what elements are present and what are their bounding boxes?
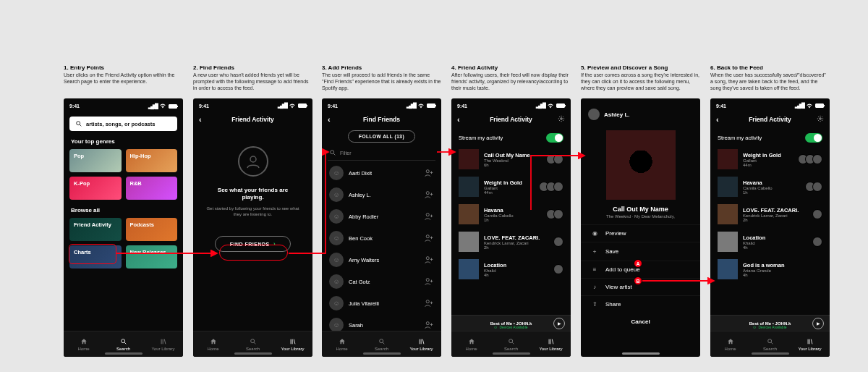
play-icon[interactable]: ▶	[553, 318, 565, 329]
svg-point-7	[331, 151, 334, 154]
add-friend-icon[interactable]	[424, 298, 434, 308]
svg-line-6	[254, 342, 255, 344]
genre-tile[interactable]: New Releases	[126, 245, 178, 269]
song-time: 44m	[484, 190, 534, 195]
add-friend-icon[interactable]	[424, 233, 434, 243]
friend-row[interactable]: ☺ Cat Gotz	[322, 271, 441, 292]
svg-point-2	[121, 339, 124, 342]
filter-input[interactable]: Filter	[328, 147, 435, 161]
tab-home[interactable]: Home	[322, 331, 362, 357]
menu-item-icon: ≡	[590, 266, 600, 273]
friend-row[interactable]: ☺ Julia Vitarelli	[322, 292, 441, 314]
signal-icon: ▂▄▆█	[278, 103, 286, 109]
find-friends-button[interactable]: FIND FRIENDS›	[215, 236, 292, 252]
page-title: Friend Activity	[490, 116, 532, 123]
add-friend-icon[interactable]	[424, 168, 434, 178]
activity-feed: Weight in Gold Gallant 44m Havana Camila…	[710, 145, 830, 283]
feed-row[interactable]: Location Khalid 4h	[710, 228, 830, 255]
album-art	[718, 259, 738, 279]
album-art	[459, 177, 479, 197]
follow-all-button[interactable]: FOLLOW ALL (13)	[348, 130, 415, 143]
genre-tile[interactable]: R&B	[126, 177, 178, 200]
screen-feed: 9:41 ▂▄▆█ ‹ Friend Activity Stream my ac…	[451, 98, 571, 357]
feed-row[interactable]: Call Out My Name The Weeknd 6h	[451, 145, 571, 173]
listener-avatars	[539, 182, 563, 192]
tab-library[interactable]: Your Library	[531, 331, 571, 357]
back-icon[interactable]: ‹	[716, 115, 719, 124]
song-time: 4h	[743, 273, 817, 277]
battery-icon	[169, 104, 177, 109]
friend-name: Cat Gotz	[349, 279, 419, 285]
settings-icon[interactable]	[817, 115, 824, 124]
genre-tile[interactable]: Friend Activity	[69, 218, 122, 241]
add-friend-icon[interactable]	[424, 190, 434, 200]
tab-library[interactable]: Your Library	[273, 331, 312, 357]
settings-icon[interactable]	[558, 115, 565, 124]
tab-home[interactable]: Home	[710, 331, 750, 357]
stream-toggle[interactable]	[546, 133, 563, 143]
friend-name: Ben Cook	[349, 235, 419, 242]
top-genres-heading: Your top genres	[64, 137, 183, 149]
add-friend-icon[interactable]	[424, 255, 434, 265]
context-menu-item[interactable]: ◉ Preview	[581, 224, 700, 242]
feed-row[interactable]: Weight in Gold Gallant 44m	[451, 173, 571, 200]
browse-all-heading: Browse all	[64, 206, 183, 218]
genre-tile[interactable]: Charts	[69, 245, 122, 269]
context-menu-item[interactable]: ⇪ Share	[581, 295, 700, 313]
tab-library[interactable]: Your Library	[790, 331, 830, 357]
search-input[interactable]: artists, songs, or podcasts	[69, 117, 177, 131]
back-icon[interactable]: ‹	[457, 115, 460, 124]
search-icon	[75, 120, 82, 127]
add-friend-icon[interactable]	[424, 211, 434, 221]
devices-icon: ⊙	[494, 325, 497, 329]
menu-item-icon: ＋	[590, 248, 600, 255]
svg-point-13	[426, 257, 429, 260]
song-title: Weight in Gold	[484, 179, 534, 186]
genre-tile[interactable]: Podcasts	[126, 218, 178, 241]
tab-home[interactable]: Home	[451, 331, 491, 357]
album-art	[459, 149, 479, 169]
friend-name: Ashley L.	[349, 192, 419, 198]
feed-row[interactable]: LOVE. FEAT. ZACARI. Kendrick Lamar, Zaca…	[710, 200, 830, 228]
add-friend-icon[interactable]	[424, 276, 434, 287]
feed-row[interactable]: LOVE. FEAT. ZACARI. Kendrick Lamar, Zaca…	[451, 228, 571, 255]
back-icon[interactable]: ‹	[199, 115, 202, 124]
tab-home[interactable]: Home	[64, 331, 103, 357]
song-time: 4h	[743, 245, 807, 250]
genre-grid: PopHip-HopK-PopR&B	[64, 149, 183, 200]
feed-row[interactable]: God is a woman Ariana Grande 4h	[710, 255, 830, 283]
play-icon[interactable]: ▶	[812, 318, 824, 329]
album-art	[459, 259, 479, 279]
tab-library[interactable]: Your Library	[143, 331, 183, 357]
friend-row[interactable]: ☺ Ben Cook	[322, 227, 441, 249]
song-time: 1h	[484, 218, 541, 222]
friend-row[interactable]: ☺ Ashley L.	[322, 184, 441, 206]
battery-icon	[298, 103, 307, 108]
listener-avatars	[812, 237, 822, 247]
feed-row[interactable]: Havana Camila Cabello 1h	[451, 200, 571, 228]
add-friend-icon[interactable]	[424, 320, 434, 330]
feed-row[interactable]: Havana Camila Cabello 1h	[710, 173, 830, 200]
genre-tile[interactable]: K-Pop	[69, 177, 122, 200]
genre-tile[interactable]: Hip-Hop	[126, 149, 178, 172]
feed-row[interactable]: Location Khalid 4h	[451, 255, 571, 283]
friend-row[interactable]: ☺ Aarti Dixit	[322, 162, 441, 184]
svg-point-0	[77, 122, 80, 125]
stream-toggle[interactable]	[805, 133, 822, 143]
friend-row[interactable]: ☺ Abby Rodler	[322, 206, 441, 227]
friend-row[interactable]: ☺ Amy Walters	[322, 249, 441, 271]
screen-feed-after: 9:41 ▂▄▆█ ‹ Friend Activity Stream my ac…	[710, 98, 830, 357]
svg-point-15	[426, 300, 429, 303]
avatar: ☺	[329, 274, 344, 289]
context-menu-item[interactable]: ＋ Save	[581, 242, 700, 261]
genre-tile[interactable]: Pop	[69, 149, 122, 172]
back-icon[interactable]: ‹	[328, 115, 331, 124]
tab-library[interactable]: Your Library	[401, 331, 441, 357]
tab-home[interactable]: Home	[193, 331, 233, 357]
cancel-button[interactable]: Cancel	[581, 313, 700, 329]
arrow-right-icon: ›	[273, 240, 276, 248]
now-playing-bar[interactable]: Best of Me • JOHN.k ⊙Devices Available ▶	[451, 315, 571, 331]
now-playing-bar[interactable]: Best of Me • JOHN.k ⊙Devices Available ▶	[710, 315, 830, 331]
wifi-icon	[289, 102, 296, 109]
feed-row[interactable]: Weight in Gold Gallant 44m	[710, 145, 830, 173]
